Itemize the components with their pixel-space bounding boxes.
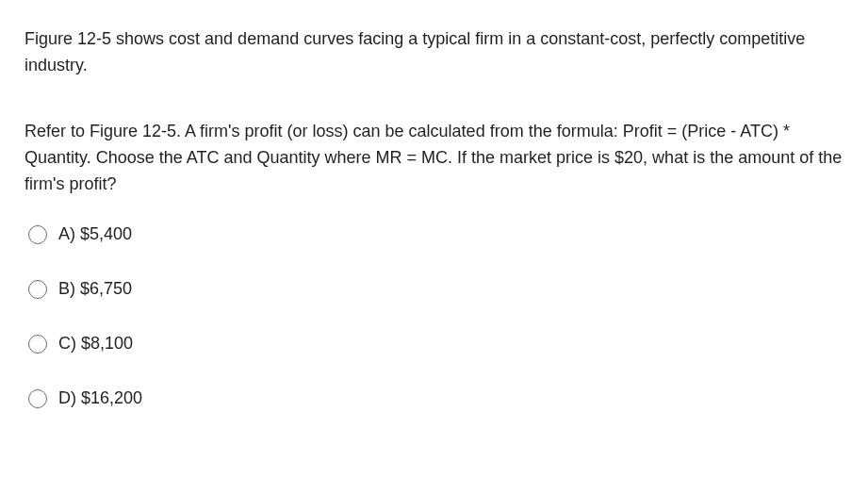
option-b[interactable]: B) $6,750	[28, 276, 843, 303]
option-text: $8,100	[81, 334, 133, 353]
question-prompt: Refer to Figure 12-5. A firm's profit (o…	[25, 119, 843, 198]
option-text: $5,400	[80, 224, 132, 243]
radio-icon[interactable]	[28, 389, 47, 408]
option-label: C) $8,100	[58, 331, 133, 357]
radio-icon[interactable]	[28, 335, 47, 354]
option-c[interactable]: C) $8,100	[28, 331, 843, 357]
option-label: D) $16,200	[58, 386, 142, 412]
radio-icon[interactable]	[28, 225, 47, 244]
option-letter: B)	[58, 279, 75, 298]
option-letter: D)	[58, 388, 76, 407]
question-block: Figure 12-5 shows cost and demand curves…	[0, 0, 868, 412]
option-letter: C)	[58, 334, 76, 353]
option-a[interactable]: A) $5,400	[28, 222, 843, 248]
option-label: A) $5,400	[58, 222, 132, 248]
option-label: B) $6,750	[58, 276, 132, 303]
options-list: A) $5,400 B) $6,750 C) $8,100 D) $16,200	[25, 222, 843, 412]
radio-icon[interactable]	[28, 280, 47, 299]
question-context: Figure 12-5 shows cost and demand curves…	[25, 26, 843, 79]
option-d[interactable]: D) $16,200	[28, 386, 843, 412]
option-text: $6,750	[80, 279, 132, 298]
option-text: $16,200	[81, 388, 142, 407]
option-letter: A)	[58, 224, 75, 243]
